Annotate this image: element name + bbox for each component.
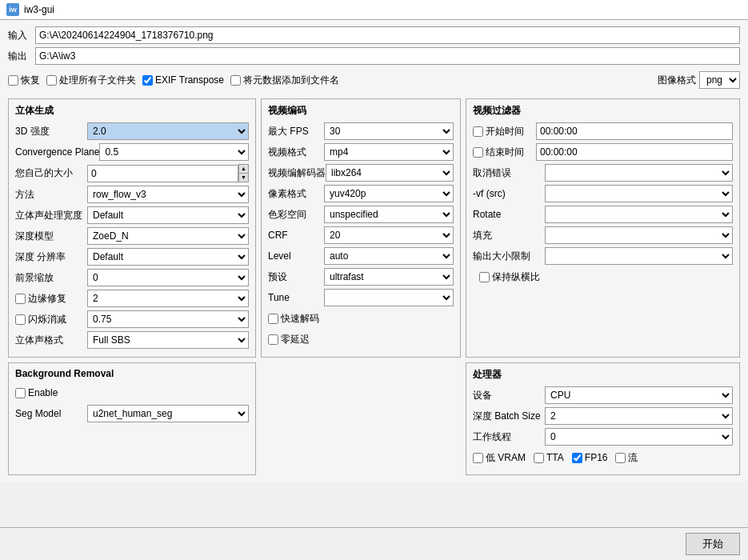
own-size-spinner[interactable]: ▲ ▼ [87, 164, 249, 182]
fg-scale-label: 前景缩放 [15, 271, 87, 285]
pixel-format-select[interactable]: yuv420p [324, 185, 454, 202]
edge-fix-checkbox[interactable] [15, 294, 26, 304]
fast-decode-checkbox[interactable] [268, 314, 278, 324]
low-vram-checkbox[interactable] [473, 453, 483, 463]
exif-checkbox-label[interactable]: EXIF Transpose [142, 74, 224, 86]
low-vram-checkbox-label[interactable]: 低 VRAM [473, 451, 526, 465]
stereo-3d-strength-select[interactable]: 2.0 [87, 122, 249, 140]
color-space-select[interactable]: unspecified [324, 206, 454, 223]
bg-enable-checkbox-label[interactable]: Enable [15, 387, 58, 398]
tune-select[interactable] [324, 289, 454, 306]
video-panel: 视频编码 最大 FPS 30 视频格式 mp4 视频编解码器 libx264 [261, 98, 461, 358]
image-format-select[interactable]: png [699, 71, 740, 89]
add-meta-checkbox[interactable] [230, 75, 241, 86]
filter-panel: 视频过滤器 开始时间 结束时间 取消错误 [466, 98, 740, 358]
workers-select[interactable]: 0 [545, 428, 733, 446]
zero-latency-checkbox-label[interactable]: 零延迟 [268, 333, 310, 346]
batch-size-row: 深度 Batch Size 2 [473, 407, 733, 425]
flicker-checkbox[interactable] [15, 314, 26, 325]
convergence-plane-row: Convergence Plane 0.5 [15, 143, 249, 161]
stereo-format-select[interactable]: Full SBS [87, 331, 249, 349]
level-row: Level auto [268, 247, 454, 265]
video-codec-select[interactable]: libx264 [326, 164, 454, 182]
end-time-row: 结束时间 [473, 143, 733, 161]
stream-checkbox-label[interactable]: 流 [615, 451, 638, 465]
color-space-label: 色彩空间 [268, 208, 324, 222]
convergence-plane-label: Convergence Plane [15, 146, 99, 158]
tta-checkbox-label[interactable]: TTA [534, 452, 564, 463]
depth-res-select[interactable]: Default [87, 248, 249, 266]
fp16-checkbox[interactable] [572, 453, 582, 463]
filter-panel-title: 视频过滤器 [473, 104, 733, 118]
flicker-select[interactable]: 0.75 [87, 310, 249, 328]
fast-decode-checkbox-label[interactable]: 快速解码 [268, 312, 319, 326]
tta-checkbox[interactable] [534, 453, 544, 463]
own-size-row: 您自己的大小 ▲ ▼ [15, 164, 249, 182]
device-select[interactable]: CPU [545, 386, 733, 404]
level-select[interactable]: auto [324, 247, 454, 265]
spinner-down[interactable]: ▼ [239, 174, 248, 182]
end-time-checkbox[interactable] [473, 147, 483, 158]
image-format-row: 图像格式 png [658, 71, 740, 89]
process-all-checkbox[interactable] [46, 75, 57, 86]
start-time-checkbox-label[interactable]: 开始时间 [473, 125, 533, 138]
end-time-input[interactable] [536, 143, 733, 161]
preset-row: 预设 ultrafast [268, 268, 454, 286]
seg-model-select[interactable]: u2net_human_seg [87, 405, 249, 422]
output-size-label: 输出大小限制 [473, 250, 545, 263]
workers-row: 工作线程 0 [473, 428, 733, 446]
fg-scale-select[interactable]: 0 [87, 269, 249, 286]
crf-select[interactable]: 20 [324, 226, 454, 244]
add-meta-checkbox-label[interactable]: 将元数据添加到文件名 [230, 74, 339, 87]
start-button[interactable]: 开始 [686, 533, 740, 555]
depth-model-select[interactable]: ZoeD_N [87, 227, 249, 245]
method-select[interactable]: row_flow_v3 [87, 186, 249, 203]
output-size-select[interactable] [545, 247, 733, 265]
spinner-up[interactable]: ▲ [239, 165, 248, 174]
stereo-width-select[interactable]: Default [87, 206, 249, 224]
output-path[interactable] [35, 47, 740, 65]
fp16-checkbox-label[interactable]: FP16 [572, 452, 608, 463]
zero-latency-row: 零延迟 [268, 330, 454, 348]
edge-fix-checkbox-label[interactable]: 边缘修复 [15, 292, 87, 306]
end-time-checkbox-label[interactable]: 结束时间 [473, 146, 533, 159]
restore-checkbox[interactable] [8, 75, 18, 86]
processor-checkboxes-row: 低 VRAM TTA FP16 流 [473, 449, 733, 466]
bg-removal-title: Background Removal [15, 368, 249, 379]
flicker-row: 闪烁消减 0.75 [15, 310, 249, 328]
input-path[interactable] [35, 26, 740, 44]
own-size-spinner-buttons[interactable]: ▲ ▼ [238, 164, 249, 182]
keep-aspect-checkbox-label[interactable]: 保持纵横比 [479, 270, 540, 284]
vf-src-row: -vf (src) [473, 185, 733, 202]
max-fps-select[interactable]: 30 [324, 122, 454, 140]
video-format-select[interactable]: mp4 [324, 143, 454, 161]
video-codec-row: 视频编解码器 libx264 [268, 164, 454, 182]
flicker-checkbox-label[interactable]: 闪烁消减 [15, 313, 87, 326]
edge-fix-select[interactable]: 2 [87, 290, 249, 307]
seg-model-label: Seg Model [15, 408, 87, 419]
stereo-format-label: 立体声格式 [15, 334, 87, 347]
bg-enable-checkbox[interactable] [15, 388, 26, 398]
input-row: 输入 [8, 26, 740, 44]
own-size-input[interactable] [87, 165, 238, 182]
stream-checkbox[interactable] [615, 453, 626, 463]
process-all-checkbox-label[interactable]: 处理所有子文件夹 [46, 74, 136, 87]
edge-fix-row: 边缘修复 2 [15, 290, 249, 307]
keep-aspect-checkbox[interactable] [479, 272, 490, 282]
start-time-checkbox[interactable] [473, 126, 483, 137]
zero-latency-checkbox[interactable] [268, 334, 278, 345]
exif-checkbox[interactable] [142, 75, 153, 86]
device-label: 设备 [473, 389, 545, 402]
fill-select[interactable] [545, 226, 733, 244]
start-time-input[interactable] [536, 122, 733, 140]
convergence-plane-select[interactable]: 0.5 [99, 143, 249, 161]
output-label: 输出 [8, 50, 32, 63]
preset-select[interactable]: ultrafast [324, 268, 454, 286]
rotate-select[interactable] [545, 206, 733, 223]
seg-model-row: Seg Model u2net_human_seg [15, 405, 249, 422]
batch-size-select[interactable]: 2 [545, 407, 733, 425]
vf-src-select[interactable] [545, 185, 733, 202]
restore-checkbox-label[interactable]: 恢复 [8, 74, 40, 87]
rotate-row: Rotate [473, 206, 733, 223]
cancel-error-select[interactable] [545, 164, 733, 182]
